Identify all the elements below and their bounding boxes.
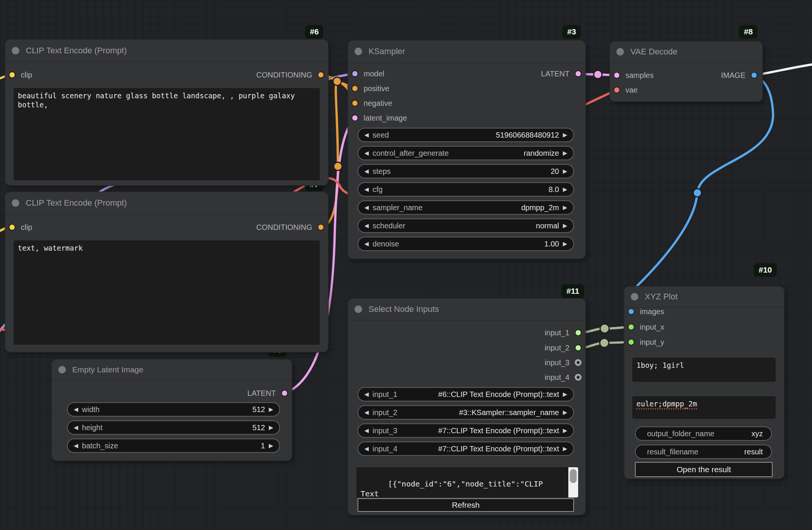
port-dot-vae-icon[interactable] <box>613 87 620 93</box>
decrement-arrow-icon[interactable]: ◀ <box>74 406 78 413</box>
widget-output-folder-name[interactable]: output_folder_name xyz <box>635 426 772 441</box>
widget-cfg[interactable]: ◀ cfg 8.0 ▶ <box>358 182 574 197</box>
widget-seed[interactable]: ◀ seed 519606688480912 ▶ <box>358 128 574 142</box>
output-port-input1[interactable]: input_1 <box>544 325 582 340</box>
widget-value[interactable]: 512 <box>252 405 265 414</box>
output-port-input2[interactable]: input_2 <box>544 341 582 355</box>
collapse-dot-icon[interactable] <box>355 48 362 55</box>
node-title-bar[interactable]: CLIP Text Encode (Prompt) <box>5 40 328 62</box>
collapse-dot-icon[interactable] <box>12 199 19 207</box>
widget-value[interactable]: 8.0 <box>549 185 559 194</box>
port-dot-latent-icon[interactable] <box>575 70 582 77</box>
increment-arrow-icon[interactable]: ▶ <box>269 406 273 413</box>
port-dot-unconnected-icon[interactable] <box>575 359 582 366</box>
widget-height[interactable]: ◀ height 512 ▶ <box>67 420 280 435</box>
input-port-clip[interactable]: clip <box>9 220 32 234</box>
port-dot-conditioning-icon[interactable] <box>317 224 324 231</box>
collapse-dot-icon[interactable] <box>355 305 362 313</box>
reroute-dot-inputy[interactable] <box>600 338 609 347</box>
wire-image-out[interactable] <box>754 64 812 75</box>
increment-arrow-icon[interactable]: ▶ <box>563 168 567 175</box>
port-dot-clip-icon[interactable] <box>9 224 16 231</box>
widget-value[interactable]: #6::CLIP Text Encode (Prompt)::text <box>438 390 559 399</box>
port-dot-clip-icon[interactable] <box>9 71 16 78</box>
increment-arrow-icon[interactable]: ▶ <box>563 132 567 138</box>
widget-value[interactable]: 20 <box>551 167 559 176</box>
node-select-node-inputs[interactable]: Select Node Inputs input_1 input_2 input… <box>348 299 585 515</box>
port-dot-image-icon[interactable] <box>751 72 758 79</box>
node-title-bar[interactable]: VAE Decode <box>610 42 762 63</box>
decrement-arrow-icon[interactable]: ◀ <box>364 391 369 398</box>
decrement-arrow-icon[interactable]: ◀ <box>364 427 369 434</box>
widget-value[interactable]: #3::KSampler::sampler_name <box>459 408 559 417</box>
decrement-arrow-icon[interactable]: ◀ <box>364 132 369 138</box>
reroute-dot-latent[interactable] <box>594 70 602 79</box>
decrement-arrow-icon[interactable]: ◀ <box>74 442 78 449</box>
scrollbar-track[interactable] <box>568 467 578 497</box>
node-title-bar[interactable]: Empty Latent Image <box>52 360 292 381</box>
input-port-input-x[interactable]: input_x <box>628 320 664 334</box>
decrement-arrow-icon[interactable]: ◀ <box>364 409 369 416</box>
node-title-bar[interactable]: KSampler <box>348 40 585 63</box>
output-port-latent[interactable]: LATENT <box>247 386 288 400</box>
widget-value[interactable]: 512 <box>252 423 265 432</box>
port-dot-connected-icon[interactable] <box>575 344 582 351</box>
node-clip-text-encode-positive[interactable]: CLIP Text Encode (Prompt) clip CONDITION… <box>5 40 328 185</box>
input-port-positive[interactable]: positive <box>352 81 389 96</box>
decrement-arrow-icon[interactable]: ◀ <box>364 240 369 247</box>
increment-arrow-icon[interactable]: ▶ <box>563 150 567 157</box>
refresh-button[interactable]: Refresh <box>358 498 574 512</box>
decrement-arrow-icon[interactable]: ◀ <box>364 168 369 175</box>
output-port-latent[interactable]: LATENT <box>541 67 582 81</box>
output-port-input4[interactable]: input_4 <box>544 370 582 384</box>
decrement-arrow-icon[interactable]: ◀ <box>364 204 369 211</box>
increment-arrow-icon[interactable]: ▶ <box>563 427 567 434</box>
node-clip-text-encode-negative[interactable]: CLIP Text Encode (Prompt) clip CONDITION… <box>5 192 328 352</box>
decrement-arrow-icon[interactable]: ◀ <box>364 222 369 229</box>
increment-arrow-icon[interactable]: ▶ <box>563 222 567 229</box>
increment-arrow-icon[interactable]: ▶ <box>269 442 273 449</box>
port-dot-model-icon[interactable] <box>352 70 358 77</box>
x-values-textarea[interactable]: 1boy; 1girl <box>632 358 776 382</box>
reroute-dot-conditioning-top[interactable] <box>333 77 341 85</box>
input-port-input-y[interactable]: input_y <box>628 335 664 349</box>
node-title-bar[interactable]: Select Node Inputs <box>348 299 585 321</box>
widget-value[interactable]: xyz <box>751 429 763 438</box>
increment-arrow-icon[interactable]: ▶ <box>563 186 567 193</box>
port-dot-connected-icon[interactable] <box>575 329 582 336</box>
widget-input3-source[interactable]: ◀ input_3 #7::CLIP Text Encode (Prompt):… <box>358 423 574 438</box>
output-port-input3[interactable]: input_3 <box>544 355 582 370</box>
input-port-images[interactable]: images <box>628 304 664 319</box>
decrement-arrow-icon[interactable]: ◀ <box>364 150 369 157</box>
widget-control-after-generate[interactable]: ◀ control_after_generate randomize ▶ <box>358 146 574 160</box>
widget-value[interactable]: #7::CLIP Text Encode (Prompt)::text <box>438 445 559 453</box>
port-dot-conditioning-icon[interactable] <box>317 71 324 78</box>
port-dot-latent-icon[interactable] <box>613 72 620 79</box>
input-port-clip[interactable]: clip <box>9 68 32 82</box>
widget-value[interactable]: dpmpp_2m <box>521 203 559 212</box>
widget-value[interactable]: 519606688480912 <box>496 131 559 139</box>
scrollbar-thumb[interactable] <box>570 469 577 483</box>
input-port-negative[interactable]: negative <box>352 96 392 110</box>
widget-denoise[interactable]: ◀ denoise 1.00 ▶ <box>358 237 574 251</box>
widget-steps[interactable]: ◀ steps 20 ▶ <box>358 164 574 178</box>
increment-arrow-icon[interactable]: ▶ <box>563 391 567 398</box>
increment-arrow-icon[interactable]: ▶ <box>563 445 567 452</box>
widget-value[interactable]: result <box>744 448 763 456</box>
input-port-latent-image[interactable]: latent_image <box>352 111 407 125</box>
node-graph-canvas[interactable]: #6 #7 #5 #3 #11 #8 #10 CLIP Text Encode … <box>0 0 812 530</box>
port-dot-x-icon[interactable] <box>628 324 635 330</box>
widget-input4-source[interactable]: ◀ input_4 #7::CLIP Text Encode (Prompt):… <box>358 442 574 456</box>
output-port-image[interactable]: IMAGE <box>721 68 758 82</box>
node-xyz-plot[interactable]: XYZ Plot images input_x input_y 1boy; 1g… <box>624 287 784 479</box>
node-config-json-textarea[interactable]: [{"node_id":"6","node_title":"CLIP Text … <box>356 467 578 497</box>
decrement-arrow-icon[interactable]: ◀ <box>364 186 369 193</box>
collapse-dot-icon[interactable] <box>58 366 66 373</box>
prompt-textarea[interactable]: beautiful scenery nature glass bottle la… <box>14 88 320 180</box>
collapse-dot-icon[interactable] <box>12 47 19 54</box>
port-dot-image-icon[interactable] <box>628 308 635 315</box>
output-port-conditioning[interactable]: CONDITIONING <box>256 68 324 82</box>
node-title-bar[interactable]: CLIP Text Encode (Prompt) <box>5 192 328 215</box>
widget-width[interactable]: ◀ width 512 ▶ <box>67 402 280 417</box>
input-port-samples[interactable]: samples <box>613 68 653 82</box>
